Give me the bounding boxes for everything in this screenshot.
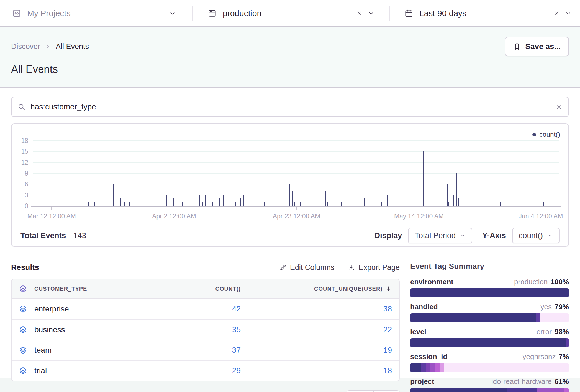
edit-columns-button[interactable]: Edit Columns (279, 263, 335, 272)
previous-page-button[interactable] (347, 391, 373, 392)
breadcrumb-discover-link[interactable]: Discover (11, 42, 40, 51)
cell-count-unique[interactable]: 19 (248, 346, 392, 355)
chart-bar (381, 202, 382, 206)
tag-bar-segment[interactable] (566, 338, 569, 347)
chart-bar (238, 140, 238, 206)
main-content: count() 0369121518Mar 12 12:00 AMApr 2 1… (0, 88, 580, 378)
tag-bar-segment[interactable] (507, 388, 537, 392)
bookmark-icon (513, 43, 521, 50)
tag-distribution-bar[interactable] (410, 338, 569, 347)
x-axis-tick-label: Jun 4 12:00 AM (519, 213, 563, 220)
chart-footer: Total Events 143 Display Total Period Y-… (12, 225, 568, 246)
cell-count[interactable]: 37 (158, 346, 241, 355)
tag-bar-segment[interactable] (540, 313, 569, 322)
table-row[interactable]: business3522 (12, 319, 399, 340)
clear-search-icon[interactable] (556, 104, 562, 110)
tag-top-value: yes (540, 303, 551, 311)
save-as-button[interactable]: Save as... (505, 37, 569, 56)
chevron-down-icon[interactable] (565, 10, 572, 17)
cell-count[interactable]: 35 (158, 325, 241, 334)
cell-count-unique[interactable]: 38 (248, 305, 392, 313)
cell-count-unique[interactable]: 18 (248, 366, 392, 375)
cell-count[interactable]: 29 (158, 366, 241, 375)
cell-customer-type: business (34, 325, 150, 334)
column-header-count[interactable]: COUNT() (158, 286, 241, 292)
tag-top-value: _yeghrsbnz (519, 352, 556, 361)
chart-bar (289, 184, 290, 206)
tag-bar-segment[interactable] (410, 363, 421, 372)
cell-count[interactable]: 42 (158, 305, 241, 313)
x-axis-tick-label: Mar 12 12:00 AM (27, 213, 76, 220)
tag-summary-heading: Event Tag Summary (410, 262, 569, 271)
yaxis-label: Y-Axis (482, 231, 506, 240)
project-filter-label: My Projects (27, 9, 71, 18)
chart-bar (242, 195, 242, 206)
tag-bar-segment[interactable] (537, 388, 564, 392)
clear-date-icon[interactable] (553, 10, 560, 17)
tag-entry-session_id: session_id_yeghrsbnz7% (410, 352, 569, 372)
tag-distribution-bar[interactable] (410, 288, 569, 297)
tag-bar-segment[interactable] (410, 338, 566, 347)
chart-bar (294, 202, 295, 206)
chevron-down-icon[interactable] (368, 10, 374, 17)
stack-icon (19, 367, 27, 375)
discover-page: My Projects production (0, 0, 580, 392)
tag-bar-segment[interactable] (421, 363, 426, 372)
display-select[interactable]: Total Period (408, 228, 472, 243)
chart-bar (94, 202, 95, 206)
search-input[interactable] (30, 102, 551, 111)
cell-customer-type: team (34, 346, 150, 355)
export-page-button[interactable]: Export Page (348, 263, 400, 272)
tag-distribution-bar[interactable] (410, 363, 569, 372)
tag-bar-segment[interactable] (410, 313, 536, 322)
tag-bar-segment[interactable] (444, 363, 569, 372)
tag-bar-segment[interactable] (440, 363, 444, 372)
x-axis-tick (51, 207, 52, 210)
tag-bar-segment[interactable] (410, 388, 507, 392)
tag-bar-segment[interactable] (426, 363, 430, 372)
chart-plot: 0369121518Mar 12 12:00 AMApr 2 12:00 AMA… (33, 141, 559, 206)
tag-bar-segment[interactable] (435, 363, 440, 372)
tag-bar-segment[interactable] (410, 288, 569, 297)
tag-bar-segment[interactable] (564, 388, 569, 392)
tag-bar-segment[interactable] (430, 363, 435, 372)
environment-filter-label: production (223, 9, 261, 18)
chart-bar (341, 202, 342, 206)
events-chart-panel: count() 0369121518Mar 12 12:00 AMApr 2 1… (11, 123, 569, 247)
tag-name: environment (410, 278, 453, 286)
total-events-value: 143 (73, 231, 86, 240)
chart-bar (456, 173, 457, 206)
chevron-down-icon[interactable] (169, 10, 176, 17)
results-table-body: enterprise4238business3522team3719trial2… (12, 299, 399, 381)
chart-bar (447, 184, 448, 206)
gridline (33, 195, 559, 195)
search-icon (18, 103, 25, 111)
column-header-count-unique[interactable]: COUNT_UNIQUE(USER) (248, 285, 392, 292)
results-table-header: CUSTOMER_TYPE COUNT() COUNT_UNIQUE(USER) (12, 279, 399, 299)
column-header-customer-type[interactable]: CUSTOMER_TYPE (34, 286, 150, 292)
chart-legend[interactable]: count() (532, 131, 560, 138)
table-row[interactable]: trial2918 (12, 360, 399, 381)
results-heading: Results (11, 263, 39, 272)
tag-distribution-bar[interactable] (410, 388, 569, 392)
next-page-button[interactable] (373, 391, 399, 392)
chart-bar (223, 195, 224, 206)
chevron-down-icon (460, 233, 466, 238)
table-row[interactable]: team3719 (12, 340, 399, 360)
project-filter[interactable]: My Projects (0, 0, 192, 26)
gridline (33, 140, 559, 141)
chart-bar (240, 198, 241, 206)
chart-bar (387, 195, 388, 206)
cell-count-unique[interactable]: 22 (248, 325, 392, 334)
tag-top-percentage: 7% (558, 352, 569, 361)
results-section: Results Edit Columns Export (11, 262, 400, 392)
tag-bar-segment[interactable] (536, 313, 540, 322)
clear-environment-icon[interactable] (356, 10, 363, 17)
tag-distribution-bar[interactable] (410, 313, 569, 322)
pencil-icon (279, 264, 287, 271)
environment-filter[interactable]: production (193, 0, 389, 26)
table-row[interactable]: enterprise4238 (12, 299, 399, 319)
yaxis-select[interactable]: count() (512, 228, 560, 243)
edit-columns-label: Edit Columns (290, 263, 335, 272)
date-range-filter[interactable]: Last 90 days (390, 0, 580, 26)
